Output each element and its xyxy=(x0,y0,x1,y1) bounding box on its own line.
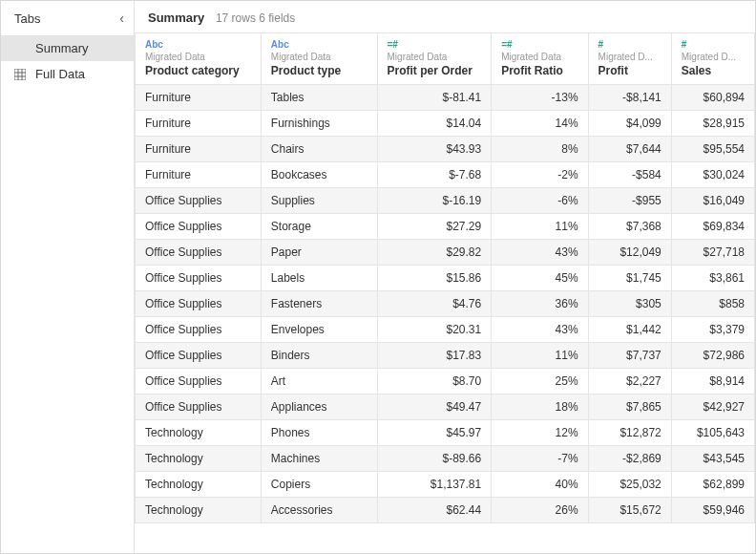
cell: $62,899 xyxy=(671,472,754,498)
cell: $95,554 xyxy=(671,137,754,162)
tab-full-data[interactable]: Full Data xyxy=(1,61,134,87)
table-row[interactable]: TechnologyMachines$-89.66-7%-$2,869$43,5… xyxy=(136,446,755,472)
cell: Technology xyxy=(136,498,262,523)
data-table-scroll[interactable]: AbcMigrated DataProduct categoryAbcMigra… xyxy=(135,32,755,553)
cell: $43.93 xyxy=(377,137,492,162)
cell: Paper xyxy=(261,240,377,266)
column-header-profit[interactable]: #Migrated D...Profit xyxy=(588,33,671,85)
svg-rect-0 xyxy=(14,69,26,80)
cell: 18% xyxy=(492,394,588,420)
table-row[interactable]: Office SuppliesAppliances$49.4718%$7,865… xyxy=(136,394,755,420)
tab-label: Summary xyxy=(35,41,89,55)
table-row[interactable]: TechnologyAccessories$62.4426%$15,672$59… xyxy=(136,498,755,523)
column-source: Migrated Data xyxy=(145,52,251,62)
table-row[interactable]: Office SuppliesEnvelopes$20.3143%$1,442$… xyxy=(136,317,755,343)
table-row[interactable]: Office SuppliesPaper$29.8243%$12,049$27,… xyxy=(136,240,755,266)
table-body: FurnitureTables$-81.41-13%-$8,141$60,894… xyxy=(136,85,755,523)
cell: $25,032 xyxy=(588,472,671,498)
column-header-product-type[interactable]: AbcMigrated DataProduct type xyxy=(261,33,377,85)
column-header-profit-ratio[interactable]: =#Migrated DataProfit Ratio xyxy=(492,33,588,85)
column-name: Profit xyxy=(598,64,628,77)
cell: Furniture xyxy=(136,162,262,188)
cell: Tables xyxy=(261,85,377,111)
cell: $7,368 xyxy=(588,214,671,240)
cell: -$2,869 xyxy=(588,446,671,472)
cell: Furniture xyxy=(136,111,262,137)
cell: Office Supplies xyxy=(136,266,262,291)
cell: $60,894 xyxy=(671,85,754,111)
cell: 26% xyxy=(492,498,588,523)
grid-icon xyxy=(14,69,28,80)
cell: Labels xyxy=(261,266,377,291)
cell: Office Supplies xyxy=(136,291,262,317)
column-header-profit-per-order[interactable]: =#Migrated DataProfit per Order xyxy=(377,33,492,85)
cell: Technology xyxy=(136,420,262,446)
cell: -6% xyxy=(492,188,588,214)
page-meta: 17 rows 6 fields xyxy=(216,11,295,25)
cell: -2% xyxy=(492,162,588,188)
cell: $62.44 xyxy=(377,498,492,523)
table-row[interactable]: FurnitureChairs$43.938%$7,644$95,554 xyxy=(136,137,755,162)
data-table: AbcMigrated DataProduct categoryAbcMigra… xyxy=(135,32,755,523)
table-row[interactable]: FurnitureTables$-81.41-13%-$8,141$60,894 xyxy=(136,85,755,111)
cell: 25% xyxy=(492,369,588,394)
tab-summary[interactable]: Summary xyxy=(1,35,134,61)
cell: Art xyxy=(261,369,377,394)
cell: $7,737 xyxy=(588,343,671,369)
cell: $-7.68 xyxy=(377,162,492,188)
cell: $1,137.81 xyxy=(377,472,492,498)
cell: $43,545 xyxy=(671,446,754,472)
cell: Bookcases xyxy=(261,162,377,188)
table-row[interactable]: TechnologyPhones$45.9712%$12,872$105,643 xyxy=(136,420,755,446)
cell: $59,946 xyxy=(671,498,754,523)
column-header-product-category[interactable]: AbcMigrated DataProduct category xyxy=(136,33,262,85)
tab-label: Full Data xyxy=(35,67,85,81)
page-title: Summary xyxy=(148,11,204,25)
cell: Office Supplies xyxy=(136,214,262,240)
cell: Copiers xyxy=(261,472,377,498)
column-name: Product type xyxy=(271,64,341,77)
collapse-sidebar-icon[interactable]: ‹ xyxy=(119,11,124,26)
cell: $-89.66 xyxy=(377,446,492,472)
cell: $-16.19 xyxy=(377,188,492,214)
column-name: Sales xyxy=(682,64,711,77)
cell: 45% xyxy=(492,266,588,291)
cell: $17.83 xyxy=(377,343,492,369)
sidebar: Tabs ‹ SummaryFull Data xyxy=(1,1,135,553)
cell: Supplies xyxy=(261,188,377,214)
table-row[interactable]: Office SuppliesLabels$15.8645%$1,745$3,8… xyxy=(136,266,755,291)
cell: $4.76 xyxy=(377,291,492,317)
cell: 36% xyxy=(492,291,588,317)
cell: $-81.41 xyxy=(377,85,492,111)
cell: Technology xyxy=(136,446,262,472)
table-row[interactable]: TechnologyCopiers$1,137.8140%$25,032$62,… xyxy=(136,472,755,498)
cell: $20.31 xyxy=(377,317,492,343)
cell: -$8,141 xyxy=(588,85,671,111)
cell: $1,442 xyxy=(588,317,671,343)
cell: Office Supplies xyxy=(136,240,262,266)
cell: -$955 xyxy=(588,188,671,214)
cell: $72,986 xyxy=(671,343,754,369)
column-name: Product category xyxy=(145,64,240,77)
cell: Furniture xyxy=(136,85,262,111)
table-row[interactable]: Office SuppliesStorage$27.2911%$7,368$69… xyxy=(136,214,755,240)
table-row[interactable]: Office SuppliesBinders$17.8311%$7,737$72… xyxy=(136,343,755,369)
table-row[interactable]: Office SuppliesFasteners$4.7636%$305$858 xyxy=(136,291,755,317)
table-row[interactable]: Office SuppliesSupplies$-16.19-6%-$955$1… xyxy=(136,188,755,214)
cell: 14% xyxy=(492,111,588,137)
number-type-icon: # xyxy=(682,39,745,50)
cell: Binders xyxy=(261,343,377,369)
cell: Chairs xyxy=(261,137,377,162)
cell: Accessories xyxy=(261,498,377,523)
cell: 40% xyxy=(492,472,588,498)
table-row[interactable]: Office SuppliesArt$8.7025%$2,227$8,914 xyxy=(136,369,755,394)
table-row[interactable]: FurnitureFurnishings$14.0414%$4,099$28,9… xyxy=(136,111,755,137)
cell: Furnishings xyxy=(261,111,377,137)
column-header-sales[interactable]: #Migrated D...Sales xyxy=(671,33,754,85)
cell: Office Supplies xyxy=(136,188,262,214)
table-row[interactable]: FurnitureBookcases$-7.68-2%-$584$30,024 xyxy=(136,162,755,188)
cell: -13% xyxy=(492,85,588,111)
cell: $12,872 xyxy=(588,420,671,446)
column-source: Migrated Data xyxy=(501,52,578,62)
cell: -$584 xyxy=(588,162,671,188)
